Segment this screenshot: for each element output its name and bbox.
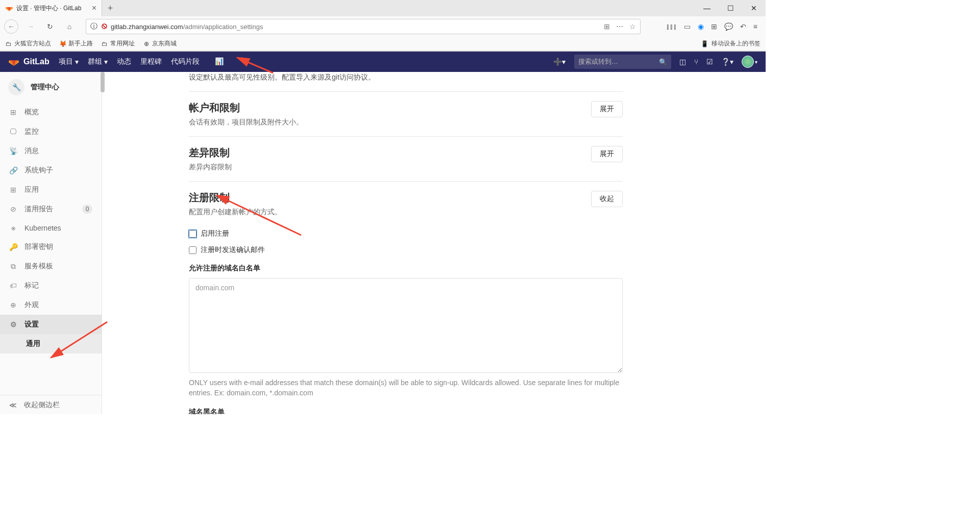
reload-button[interactable]: ↻ (43, 19, 57, 34)
gitlab-logo[interactable]: GitLab (8, 56, 50, 67)
sidebar-item-2[interactable]: 📡消息 (0, 141, 102, 161)
window-controls: — ☐ ✕ (695, 0, 766, 16)
undo-icon[interactable]: ↶ (740, 22, 746, 31)
sidebar-item-0[interactable]: ⊞概览 (0, 103, 102, 122)
nav-bar: ← → ↻ ⌂ ⓘ 🛇 gitlab.zhangxianwei.com/admi… (0, 16, 766, 37)
tab-strip: 设置 · 管理中心 · GitLab × + — ☐ ✕ (0, 0, 766, 16)
nav-groups[interactable]: 群组▾ (88, 57, 108, 66)
sidebar-icon: ⚙ (9, 320, 17, 329)
user-avatar[interactable] (742, 56, 754, 68)
chat-icon[interactable]: 💬 (724, 22, 733, 31)
sidebar-item-1[interactable]: 🖵监控 (0, 122, 102, 141)
chevron-left-icon: ≪ (9, 401, 17, 409)
bookmark-item[interactable]: 🗀火狐官方站点 (5, 39, 51, 48)
nav-snippets[interactable]: 代码片段 (171, 57, 200, 66)
wrench-icon: 🔧 (8, 79, 24, 95)
sidebar-icon: ⊞ (9, 108, 17, 116)
chevron-down-icon: ▾ (75, 58, 79, 66)
collapse-button[interactable]: 收起 (591, 191, 623, 207)
sidebar-icon: ⊕ (9, 301, 17, 309)
merge-requests-icon[interactable]: ⑂ (694, 58, 698, 66)
sidebar-header[interactable]: 🔧 管理中心 (0, 72, 102, 103)
menu-icon[interactable]: ≡ (753, 22, 757, 31)
tab-close-icon[interactable]: × (92, 4, 96, 13)
bookmarks-bar: 🗀火狐官方站点 🦊新手上路 🗀常用网址 ⊕京东商城 📱 移动设备上的书签 (0, 37, 766, 51)
section-account-limits: 帐户和限制 会话有效期，项目限制及附件大小。 展开 (189, 91, 623, 136)
new-tab-button[interactable]: + (102, 0, 118, 16)
expand-button[interactable]: 展开 (591, 101, 623, 117)
whitelist-help: ONLY users with e-mail addresses that ma… (189, 377, 623, 398)
send-confirmation-checkbox[interactable]: 注册时发送确认邮件 (189, 245, 623, 255)
sidebar-icon: 🖵 (9, 128, 17, 136)
send-confirmation-input[interactable] (189, 246, 197, 254)
sidebar-icon: 🔑 (9, 243, 17, 251)
new-dropdown[interactable]: ➕▾ (553, 56, 566, 68)
enable-signup-input[interactable] (189, 230, 197, 238)
bookmark-star-icon[interactable]: ☆ (629, 22, 636, 31)
expand-button[interactable]: 展开 (591, 146, 623, 162)
close-window-button[interactable]: ✕ (742, 0, 766, 16)
search-icon: 🔍 (659, 58, 667, 66)
library-icon[interactable]: ⫿⫿⫿ (666, 22, 677, 31)
sidebar-item-9[interactable]: 🏷标记 (0, 276, 102, 295)
sidebar-icon: 📡 (9, 147, 17, 155)
maximize-button[interactable]: ☐ (719, 0, 742, 16)
sidebar-item-5[interactable]: ⊘滥用报告0 (0, 199, 102, 219)
nav-activity[interactable]: 动态 (117, 57, 131, 66)
url-bar[interactable]: ⓘ 🛇 gitlab.zhangxianwei.com/admin/applic… (86, 19, 641, 34)
browser-tab[interactable]: 设置 · 管理中心 · GitLab × (0, 0, 102, 16)
sidebar-item-7[interactable]: 🔑部署密钥 (0, 237, 102, 257)
analytics-icon[interactable]: 📊 (215, 57, 224, 66)
chevron-down-icon: ▾ (755, 59, 757, 65)
back-button[interactable]: ← (4, 19, 18, 34)
collapse-sidebar[interactable]: ≪ 收起侧边栏 (0, 395, 102, 414)
minimize-button[interactable]: — (695, 0, 719, 16)
firefox-icon: 🦊 (59, 40, 66, 47)
sidebar-icon: 🏷 (9, 282, 17, 290)
sidebar-icon: ⧉ (9, 262, 17, 271)
sidebar-icon: 🔗 (9, 166, 17, 174)
sidebar-item-10[interactable]: ⊕外观 (0, 295, 102, 315)
sidebar-item-6[interactable]: ⎈Kubernetes (0, 219, 102, 237)
help-icon[interactable]: ❔▾ (721, 58, 733, 66)
mobile-bookmarks-link[interactable]: 移动设备上的书签 (712, 39, 761, 48)
toolbar-icons: ⫿⫿⫿ ▭ ◉ ⊞ 💬 ↶ ≡ (666, 22, 762, 31)
search-input[interactable]: 搜索或转到… 🔍 (574, 55, 671, 69)
extensions-icon[interactable]: ⊞ (711, 22, 717, 31)
mobile-icon: 📱 (701, 40, 708, 47)
bookmark-item[interactable]: ⊕京东商城 (143, 39, 177, 48)
sidebar-item-8[interactable]: ⧉服务模板 (0, 257, 102, 276)
sidebar-icon: ⎈ (9, 224, 17, 232)
nav-milestones[interactable]: 里程碑 (140, 57, 162, 66)
whitelist-label: 允许注册的域名白名单 (189, 264, 623, 273)
more-icon[interactable]: ⋯ (616, 22, 623, 31)
sidebar-item-4[interactable]: ⊞应用 (0, 180, 102, 199)
info-icon[interactable]: ⓘ (90, 22, 97, 31)
home-button[interactable]: ⌂ (62, 19, 77, 34)
bookmark-item[interactable]: 🗀常用网址 (101, 39, 135, 48)
sidebar-icon[interactable]: ▭ (684, 22, 691, 31)
profile-icon[interactable]: ◉ (698, 22, 704, 31)
issues-icon[interactable]: ◫ (679, 58, 686, 66)
chevron-down-icon: ▾ (104, 58, 108, 66)
forward-button[interactable]: → (23, 19, 38, 34)
sidebar-icon: ⊞ (9, 186, 17, 194)
enable-signup-checkbox[interactable]: 启用注册 (189, 229, 623, 238)
todos-icon[interactable]: ☑ (706, 58, 713, 66)
whitelist-textarea[interactable] (189, 278, 623, 373)
url-text: gitlab.zhangxianwei.com/admin/applicatio… (111, 23, 601, 31)
folder-icon: 🗀 (5, 40, 12, 47)
bookmark-item[interactable]: 🦊新手上路 (59, 39, 93, 48)
admin-wrench-icon[interactable]: 🔧 (239, 57, 249, 66)
sidebar-item-3[interactable]: 🔗系统钩子 (0, 161, 102, 180)
nav-projects[interactable]: 项目▾ (59, 57, 79, 66)
qr-icon[interactable]: ⊞ (604, 22, 610, 31)
gitlab-favicon-icon (5, 4, 13, 12)
badge: 0 (82, 205, 92, 214)
gitlab-logo-icon (8, 56, 19, 67)
sidebar-subitem-general[interactable]: 通用 (0, 334, 102, 354)
sidebar-item-11[interactable]: ⚙设置 (0, 315, 102, 334)
truncated-desc: 设定默认及最高可见性级别。配置导入来源及git访问协议。 (189, 72, 623, 91)
main-content: 设定默认及最高可见性级别。配置导入来源及git访问协议。 帐户和限制 会话有效期… (102, 72, 766, 414)
blacklist-label: 域名黑名单 (189, 408, 623, 414)
